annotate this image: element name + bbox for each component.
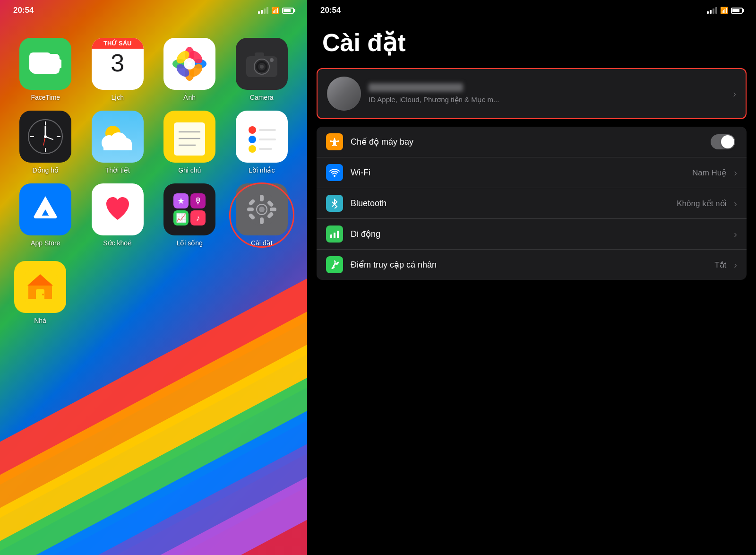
apple-id-chevron: › <box>733 88 736 99</box>
signal-bar-2 <box>710 10 712 14</box>
weather-svg <box>99 120 137 153</box>
photos-icon <box>163 38 215 90</box>
svg-rect-0 <box>29 52 51 72</box>
signal-bar-1 <box>258 11 260 14</box>
bluetooth-svg <box>329 198 340 208</box>
settings-circle-highlight <box>229 182 294 248</box>
home-label: Nhà <box>34 317 46 324</box>
svg-marker-1 <box>53 55 61 72</box>
signal-bar-4 <box>266 7 268 14</box>
settings-row-hotspot[interactable]: Điểm truy cập cá nhân Tắt › <box>317 250 747 280</box>
appstore-label: App Store <box>31 239 60 247</box>
airplane-mode-icon <box>326 133 343 150</box>
settings-row-airplane[interactable]: Chế độ máy bay <box>317 127 747 157</box>
clock-icon <box>19 111 71 163</box>
hotspot-value: Tắt <box>714 260 726 270</box>
airplane-mode-toggle[interactable] <box>711 134 735 149</box>
clock-label: Đồng hồ <box>33 166 59 174</box>
apple-id-name-blurred <box>369 83 463 92</box>
app-calendar[interactable]: THỨ SÁU 3 Lịch <box>86 38 149 101</box>
signal-bar-1 <box>707 11 709 14</box>
photos-label: Ảnh <box>183 94 196 101</box>
app-weather[interactable]: Thời tiết <box>86 111 149 174</box>
svg-rect-74 <box>337 231 339 238</box>
cellular-label: Di động <box>351 229 730 239</box>
app-camera[interactable]: Camera <box>231 38 293 101</box>
bluetooth-icon <box>326 195 343 212</box>
calendar-day-name: THỨ SÁU <box>92 38 144 49</box>
svg-point-16 <box>270 58 274 62</box>
svg-point-10 <box>184 58 195 69</box>
svg-text:📈: 📈 <box>176 213 187 223</box>
settings-screen: 20:54 📶 Cài đặt ID Apple, iCloud, Phương… <box>307 0 756 555</box>
svg-rect-72 <box>330 234 332 238</box>
right-battery-icon <box>731 8 743 14</box>
facetime-icon <box>19 38 71 90</box>
svg-rect-73 <box>334 233 335 238</box>
settings-row-bluetooth[interactable]: Bluetooth Không kết nối › <box>317 188 747 219</box>
reminders-icon <box>236 111 288 163</box>
notes-icon <box>163 111 215 163</box>
svg-text:★: ★ <box>177 196 185 206</box>
reminders-label: Lời nhắc <box>249 166 275 174</box>
app-clock[interactable]: Đồng hồ <box>14 111 77 174</box>
appstore-icon <box>19 183 71 235</box>
wifi-label: Wi-Fi <box>351 168 692 178</box>
right-battery-fill <box>732 9 739 12</box>
right-status-icons: 📶 <box>707 7 743 14</box>
app-notes[interactable]: Ghi chú <box>158 111 221 174</box>
toggle-knob <box>721 135 734 148</box>
home-icon <box>14 261 66 313</box>
signal-bar-3 <box>264 9 266 14</box>
cellular-chevron: › <box>734 229 737 240</box>
battery-icon <box>282 8 294 14</box>
battery-fill <box>284 9 291 12</box>
notes-label: Ghi chú <box>178 166 201 174</box>
app-settings[interactable]: Cài đặt <box>231 183 293 247</box>
app-lifestyle[interactable]: ★ 🎙 📈 ♪ Lối sống <box>158 183 221 247</box>
lifestyle-label: Lối sống <box>177 239 203 247</box>
settings-row-wifi[interactable]: Wi-Fi Nam Huệ › <box>317 157 747 188</box>
svg-point-26 <box>44 135 47 138</box>
hotspot-chevron: › <box>734 260 737 270</box>
wifi-value: Nam Huệ <box>692 168 726 178</box>
hotspot-label: Điểm truy cập cá nhân <box>351 260 714 270</box>
wifi-status-icon: 📶 <box>271 7 279 14</box>
signal-bar-2 <box>261 10 263 14</box>
health-label: Sức khoẻ <box>103 239 132 247</box>
photos-svg <box>171 45 208 83</box>
left-status-bar: 20:54 📶 <box>0 0 307 19</box>
weather-label: Thời tiết <box>105 166 130 174</box>
app-photos[interactable]: Ảnh <box>158 38 221 101</box>
left-time: 20:54 <box>13 6 34 15</box>
app-home[interactable]: Nhà <box>14 261 66 324</box>
facetime-svg <box>29 52 61 75</box>
svg-point-37 <box>249 126 256 134</box>
svg-rect-31 <box>103 144 132 150</box>
app-health[interactable]: Sức khoẻ <box>86 183 149 247</box>
app-appstore[interactable]: App Store <box>14 183 77 247</box>
signal-bar-3 <box>713 9 714 14</box>
svg-text:♪: ♪ <box>196 213 200 223</box>
app-reminders[interactable]: Lời nhắc <box>231 111 293 174</box>
svg-point-70 <box>42 294 44 295</box>
svg-text:🎙: 🎙 <box>194 196 202 206</box>
airplane-mode-label: Chế độ máy bay <box>351 137 711 147</box>
home-screen: 20:54 📶 FaceTime <box>0 0 307 555</box>
svg-point-38 <box>249 136 256 143</box>
apple-id-row[interactable]: ID Apple, iCloud, Phương tiện & Mục m...… <box>317 68 747 119</box>
airplane-svg <box>329 137 340 147</box>
wifi-settings-icon <box>326 164 343 181</box>
bluetooth-label: Bluetooth <box>351 199 677 208</box>
settings-section-connectivity: Chế độ máy bay Wi-Fi Nam Huệ <box>317 127 747 280</box>
bluetooth-chevron: › <box>734 198 737 209</box>
wifi-chevron: › <box>734 167 737 178</box>
right-wifi-icon: 📶 <box>720 7 728 14</box>
settings-row-cellular[interactable]: Di động › <box>317 219 747 250</box>
right-signal-icon <box>707 7 717 14</box>
camera-icon <box>236 38 288 90</box>
app-facetime[interactable]: FaceTime <box>14 38 77 101</box>
apple-id-subtitle: ID Apple, iCloud, Phương tiện & Mục m... <box>369 95 729 104</box>
calendar-icon: THỨ SÁU 3 <box>92 38 144 90</box>
health-svg <box>99 191 137 228</box>
